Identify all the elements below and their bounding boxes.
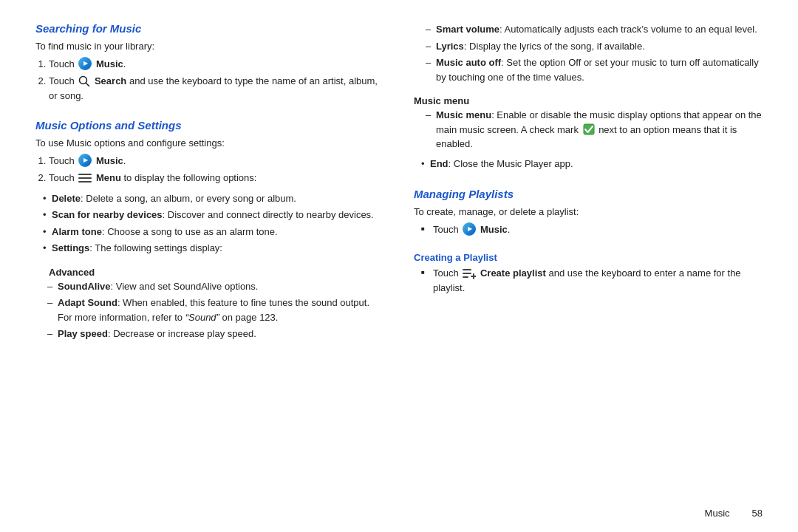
advanced-dash-list: SoundAlive: View and set SoundAlive opti…	[47, 279, 384, 344]
left-column: Searching for Music To find music in you…	[35, 22, 384, 517]
bullet-settings: Settings: The following settings display…	[43, 241, 384, 256]
dash-soundalive: SoundAlive: View and set SoundAlive opti…	[47, 279, 384, 294]
options-step-1: Touch Music.	[49, 154, 384, 168]
section-title-searching: Searching for Music	[35, 22, 384, 35]
svg-rect-7	[463, 273, 471, 274]
page-footer: Music 58	[705, 508, 763, 519]
search-icon	[78, 75, 90, 87]
options-bullet-list: Delete: Delete a song, an album, or ever…	[43, 191, 384, 258]
dash-lyrics: Lyrics: Display the lyrics of the song, …	[426, 39, 763, 54]
music-label-2: Music	[96, 155, 123, 166]
options-step-2: Touch Menu to display the following opti…	[49, 171, 384, 185]
section-title-options: Music Options and Settings	[35, 119, 384, 132]
page-layout: Searching for Music To find music in you…	[35, 22, 763, 517]
right-column: Smart volume: Automatically adjusts each…	[414, 22, 763, 517]
dash-musicmenu: Music menu: Enable or disable the music …	[426, 108, 763, 151]
musicmenu-subhead: Music menu	[414, 95, 763, 106]
searching-intro: To find music in your library:	[35, 39, 384, 54]
svg-rect-3	[78, 177, 92, 179]
managing-step-1: Touch Music.	[421, 222, 763, 237]
dash-musicautooff: Music auto off: Set the option Off or se…	[426, 55, 763, 84]
music-icon-2	[78, 154, 92, 167]
section-title-creating: Creating a Playlist	[414, 252, 763, 263]
managing-square-list: Touch Music.	[421, 222, 763, 239]
creating-square-list: Touch Create playlist and use the keyboa…	[421, 266, 763, 297]
bullet-end: End: Close the Music Player app.	[421, 157, 763, 171]
musicmenu-dash-list: Music menu: Enable or disable the music …	[426, 108, 763, 154]
music-icon-1	[78, 57, 92, 70]
creating-step-1: Touch Create playlist and use the keyboa…	[421, 266, 763, 295]
footer-label: Music	[705, 508, 730, 519]
section-title-managing: Managing Playlists	[414, 188, 763, 200]
dash-adaptsound: Adapt Sound: When enabled, this feature …	[47, 296, 384, 324]
music-label-1: Music	[96, 58, 123, 69]
dash-playspeed: Play speed: Decrease or increase play sp…	[47, 327, 384, 341]
managing-intro: To create, manage, or delete a playlist:	[414, 205, 763, 219]
searching-step-2: Touch Search and use the keyboard to typ…	[49, 74, 384, 103]
music-icon-3	[463, 222, 476, 236]
advanced-subhead: Advanced	[49, 267, 384, 278]
searching-steps: Touch Music. Touch Search and use the ke…	[49, 57, 384, 106]
options-steps: Touch Music. Touch Menu to display the f…	[49, 154, 384, 188]
bullet-delete: Delete: Delete a song, an album, or ever…	[43, 191, 384, 206]
footer-page-number: 58	[752, 508, 763, 519]
bullet-alarm: Alarm tone: Choose a song to use as an a…	[43, 225, 384, 239]
options-intro: To use Music options and configure setti…	[35, 136, 384, 151]
dash-smartvolume: Smart volume: Automatically adjusts each…	[426, 22, 763, 37]
svg-rect-8	[463, 276, 468, 278]
checkmark-icon	[583, 123, 595, 135]
menu-icon	[78, 173, 92, 183]
svg-rect-6	[463, 269, 471, 270]
svg-line-1	[86, 83, 89, 86]
right-bullet-end: End: Close the Music Player app.	[421, 157, 763, 174]
svg-rect-4	[78, 181, 92, 183]
svg-rect-2	[78, 174, 92, 175]
playlist-icon	[463, 267, 476, 279]
bullet-scan: Scan for nearby devices: Discover and co…	[43, 208, 384, 222]
searching-step-1: Touch Music.	[49, 57, 384, 72]
right-dash-top: Smart volume: Automatically adjusts each…	[426, 22, 763, 86]
